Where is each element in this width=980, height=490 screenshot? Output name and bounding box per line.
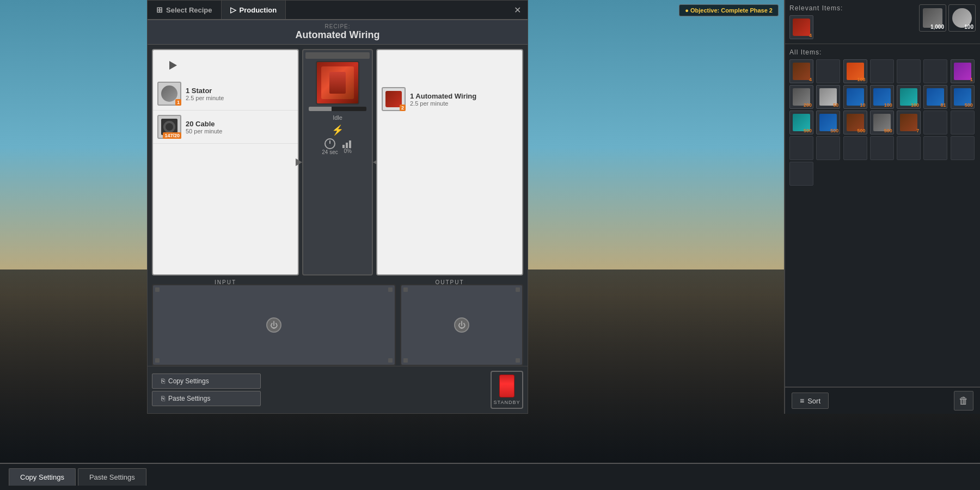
- inv-slot-23[interactable]: [816, 136, 840, 160]
- inv-slot-19[interactable]: 7: [897, 111, 921, 134]
- inv-slot-8[interactable]: 200: [789, 85, 813, 109]
- belt-power-icon-1[interactable]: ⏻: [266, 317, 281, 333]
- right-panel: Relevant Items: 4 All Items: 4 108: [784, 0, 980, 414]
- output-count: 2: [400, 105, 406, 111]
- relevant-item-1[interactable]: 4: [789, 15, 813, 39]
- tab-production[interactable]: ▷ Production: [222, 1, 286, 19]
- inv-slot-29[interactable]: [789, 162, 813, 186]
- sort-label: Sort: [807, 397, 820, 405]
- cable-info: 20 Cable 50 per minute: [186, 120, 222, 134]
- input-item-stator: 1 1 Stator 2.5 per minute: [153, 77, 298, 111]
- corner-br-2: [516, 358, 520, 363]
- inv-slot-5[interactable]: [897, 59, 921, 83]
- machine-progress-fill: [309, 107, 332, 111]
- standby-light: [499, 375, 514, 397]
- bottom-buttons: ⎘ Copy Settings ⎘ Paste Settings STANDBY: [148, 366, 528, 413]
- bottom-tab-copy-settings[interactable]: Copy Settings: [9, 468, 76, 486]
- inv-slot-27[interactable]: [923, 136, 947, 160]
- inv-slot-10[interactable]: 10: [843, 85, 867, 109]
- clock-icon: [324, 138, 335, 149]
- inv-count-13: 81: [940, 102, 946, 108]
- bottom-bar: Copy Settings Paste Settings: [0, 463, 980, 490]
- inv-slot-20[interactable]: [923, 111, 947, 134]
- output-item: 2 1 Automated Wiring 2.5 per minute: [377, 83, 522, 115]
- inv-count-15: 500: [804, 128, 812, 133]
- machine-arrow-left: [296, 158, 302, 166]
- cable-icon-box: 147/20: [157, 115, 181, 139]
- inv-count-17: 500: [857, 128, 866, 133]
- inv-slot-21[interactable]: [951, 111, 975, 134]
- paste-settings-button[interactable]: ⎘ Paste Settings: [152, 391, 261, 406]
- inv-count-11: 100: [884, 102, 892, 108]
- corner-tr: [388, 287, 393, 292]
- inv-slot-12[interactable]: 100: [897, 85, 921, 109]
- cursor-arrow: [169, 61, 177, 70]
- top-item-slot-2: 100: [948, 4, 976, 32]
- bar-chart-icon: [342, 139, 353, 148]
- inv-count-9: 50: [833, 102, 838, 108]
- bottom-tab-paste-settings[interactable]: Paste Settings: [78, 468, 146, 486]
- trash-button[interactable]: 🗑: [954, 391, 973, 411]
- top-right-items: 1,000 100: [919, 4, 976, 32]
- all-items-section: All Items: 4 108 1 200: [785, 44, 980, 387]
- inv-slot-1[interactable]: 4: [789, 59, 813, 83]
- input-panel: 1 1 Stator 2.5 per minute 147/20 20 Cabl…: [152, 49, 299, 275]
- recipe-title-bar: Recipe: Automated Wiring: [148, 20, 528, 45]
- output-panel: 2 1 Automated Wiring 2.5 per minute OUTP…: [376, 49, 523, 275]
- cable-rate: 50 per minute: [186, 128, 222, 134]
- cable-count: 147/20: [163, 132, 181, 139]
- objective-banner: ● Objective: Complete Phase 2: [679, 4, 779, 16]
- machine-time: 24 sec: [322, 149, 338, 155]
- stator-name: 1 Stator: [186, 87, 224, 95]
- machine-status: Idle: [333, 114, 342, 121]
- inv-slot-2[interactable]: [816, 59, 840, 83]
- inv-slot-24[interactable]: [843, 136, 867, 160]
- inv-count-19: 7: [916, 128, 919, 133]
- standby-button[interactable]: STANDBY: [491, 371, 523, 409]
- belt-power-icon-2[interactable]: ⏻: [454, 317, 469, 333]
- inv-slot-17[interactable]: 500: [843, 111, 867, 134]
- inv-slot-14[interactable]: 500: [951, 85, 975, 109]
- inv-slot-11[interactable]: 100: [870, 85, 894, 109]
- inv-slot-26[interactable]: [897, 136, 921, 160]
- inv-slot-9[interactable]: 50: [816, 85, 840, 109]
- machine-inner: [321, 66, 354, 99]
- objective-text: Complete Phase 2: [721, 7, 773, 14]
- close-button[interactable]: ✕: [507, 1, 528, 19]
- inv-slot-3[interactable]: 108: [843, 59, 867, 83]
- copy-icon: ⎘: [161, 377, 165, 385]
- production-icon: ▷: [230, 5, 236, 14]
- inv-count-1: 4: [809, 77, 812, 82]
- items-grid: 4 108 1 200 50: [789, 59, 976, 186]
- right-panel-bottom: ≡ Sort 🗑: [785, 387, 980, 414]
- inv-slot-18[interactable]: 500: [870, 111, 894, 134]
- inv-count-18: 500: [884, 128, 892, 133]
- sort-button[interactable]: ≡ Sort: [792, 393, 829, 409]
- inv-slot-6[interactable]: [923, 59, 947, 83]
- tab-select-recipe[interactable]: ⊞ Select Recipe: [148, 1, 222, 19]
- inv-slot-7[interactable]: 1: [951, 59, 975, 83]
- inv-slot-4[interactable]: [870, 59, 894, 83]
- inv-slot-13[interactable]: 81: [923, 85, 947, 109]
- bottom-copy-label: Copy Settings: [20, 473, 64, 481]
- corner-bl: [155, 358, 160, 363]
- inv-slot-25[interactable]: [870, 136, 894, 160]
- inv-slot-22[interactable]: [789, 136, 813, 160]
- all-items-title: All Items:: [789, 48, 976, 56]
- inv-slot-16[interactable]: 500: [816, 111, 840, 134]
- belt-slot-large: ⏻: [152, 284, 396, 366]
- top-item-slot-1: 1,000: [919, 4, 946, 32]
- inv-slot-28[interactable]: [951, 136, 975, 160]
- machine-detail: [329, 72, 346, 94]
- copy-settings-button[interactable]: ⎘ Copy Settings: [152, 373, 261, 389]
- tab-bar: ⊞ Select Recipe ▷ Production ✕: [148, 1, 528, 20]
- bottom-paste-label: Paste Settings: [89, 473, 135, 481]
- copy-settings-label: Copy Settings: [168, 377, 209, 385]
- action-btn-group: ⎘ Copy Settings ⎘ Paste Settings: [152, 373, 261, 406]
- recipe-name: Automated Wiring: [151, 29, 524, 41]
- output-icon-box: 2: [382, 87, 406, 111]
- inv-icon-1: [793, 63, 810, 80]
- output-name: 1 Automated Wiring: [410, 92, 476, 100]
- belt-area: ⏻ ⏻: [148, 280, 528, 366]
- inv-slot-15[interactable]: 500: [789, 111, 813, 134]
